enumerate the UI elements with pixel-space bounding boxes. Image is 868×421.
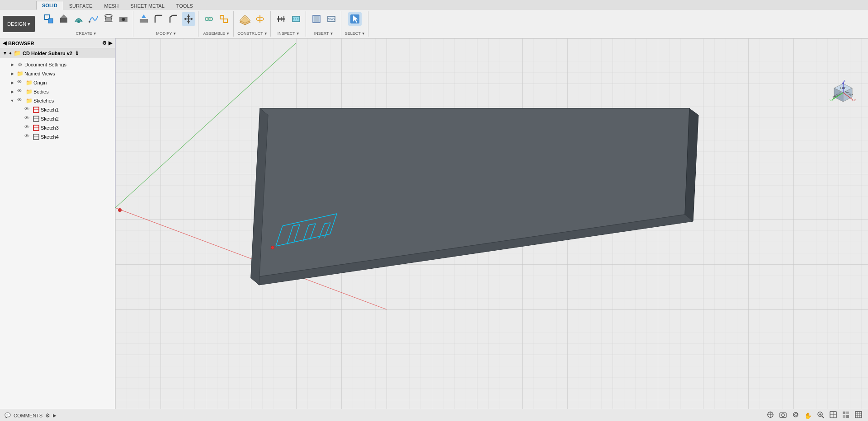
comments-label: COMMENTS: [14, 413, 42, 418]
svg-point-78: [782, 414, 784, 416]
insert-label[interactable]: INSERT ▼: [314, 31, 334, 36]
bottom-bar: 💬 COMMENTS ⚙ ▶ ✋: [0, 409, 868, 421]
design-label: DESIGN ▾: [7, 21, 30, 27]
construct-axis-icon[interactable]: [253, 12, 267, 26]
view-mode-icon[interactable]: [828, 410, 838, 421]
assemble-label[interactable]: ASSEMBLE ▼: [203, 31, 230, 36]
expand-document-settings: ▶: [9, 62, 15, 67]
sketches-label: Sketches: [33, 98, 54, 103]
extrude-icon[interactable]: [57, 12, 71, 26]
tree-item-bodies[interactable]: ▶ 👁 📁 Bodies: [0, 87, 115, 96]
expand-sketches: ▼: [9, 98, 15, 103]
insert-chevron: ▼: [330, 32, 334, 36]
sketch2-eye-icon[interactable]: 👁: [24, 115, 32, 122]
svg-marker-7: [105, 17, 112, 22]
sketch1-eye-icon[interactable]: 👁: [24, 106, 32, 113]
insert-svg-icon[interactable]: SVG: [325, 12, 338, 26]
assemble-component-icon[interactable]: [217, 12, 231, 26]
tab-tools[interactable]: TOOLS: [170, 1, 199, 10]
tree-item-sketch3[interactable]: 👁 Sketch3: [0, 123, 115, 132]
svg-rect-34: [314, 16, 319, 22]
svg-point-4: [77, 20, 80, 23]
revolve-icon[interactable]: [72, 12, 85, 26]
main-area: ◀ BROWSER ⚙ ▶ ▼ ● 📁 CD Holder Subaru v2 …: [0, 38, 868, 409]
construct-group: CONSTRUCT ▼: [235, 11, 270, 37]
inspect-label[interactable]: INSPECT ▼: [278, 31, 300, 36]
svg-marker-72: [831, 98, 834, 101]
doc-info-icon[interactable]: ℹ: [76, 50, 78, 56]
construct-plane-icon[interactable]: [238, 12, 252, 26]
display-mode-icon[interactable]: [841, 410, 851, 421]
toolbar: SOLID SURFACE MESH SHEET METAL TOOLS DES…: [0, 0, 868, 38]
sketch1-label: Sketch1: [41, 107, 59, 112]
sketch3-label: Sketch3: [41, 125, 59, 131]
press-pull-icon[interactable]: [137, 12, 151, 26]
tab-surface[interactable]: SURFACE: [63, 1, 99, 10]
construct-label[interactable]: CONSTRUCT ▼: [237, 31, 267, 36]
grid-display-icon[interactable]: [854, 410, 863, 421]
sketch4-label: Sketch4: [41, 134, 59, 140]
svg-rect-90: [843, 415, 845, 418]
inspect-chevron: ▼: [296, 32, 300, 36]
svg-rect-92: [855, 412, 862, 418]
fillet-icon[interactable]: [152, 12, 165, 26]
chamfer-icon[interactable]: [167, 12, 180, 26]
fit-view-icon[interactable]: [765, 410, 775, 421]
create-label[interactable]: CREATE ▼: [76, 31, 97, 36]
origin-label: Origin: [33, 80, 47, 85]
browser-expand-icon[interactable]: ◀: [3, 40, 6, 46]
named-views-label: Named Views: [24, 71, 55, 76]
comments-collapse-icon[interactable]: ▶: [53, 413, 57, 418]
loft-icon[interactable]: [102, 12, 115, 26]
orientation-cube[interactable]: TOP FRONT RIGHT Z X Y: [827, 79, 859, 111]
bodies-folder-icon: 📁: [25, 88, 33, 95]
tree-item-sketch2[interactable]: 👁 Sketch2: [0, 114, 115, 123]
tree-item-sketch4[interactable]: 👁 Sketch4: [0, 132, 115, 141]
sketches-eye-icon[interactable]: 👁: [17, 97, 24, 104]
tab-mesh[interactable]: MESH: [99, 1, 125, 10]
bodies-eye-icon[interactable]: 👁: [17, 88, 24, 95]
browser-collapse-icon[interactable]: ▶: [108, 40, 112, 46]
inspect-measure-icon[interactable]: [274, 12, 288, 26]
expand-named-views: ▶: [9, 71, 15, 76]
select-cursor-icon[interactable]: [348, 12, 362, 26]
tree-item-sketches[interactable]: ▼ 👁 📁 Sketches: [0, 96, 115, 105]
tree-item-named-views[interactable]: ▶ 📁 Named Views: [0, 69, 115, 78]
sweep-icon[interactable]: [87, 12, 100, 26]
sidebar: ◀ BROWSER ⚙ ▶ ▼ ● 📁 CD Holder Subaru v2 …: [0, 38, 115, 409]
svg-point-9: [122, 18, 125, 21]
comments-settings-icon[interactable]: ⚙: [45, 412, 50, 419]
new-component-icon[interactable]: [42, 12, 56, 26]
viewport[interactable]: TOP FRONT RIGHT Z X Y: [115, 38, 868, 409]
tree-item-sketch1[interactable]: 👁 Sketch1: [0, 105, 115, 114]
camera-icon[interactable]: [778, 410, 788, 421]
select-label[interactable]: SELECT ▼: [345, 31, 365, 36]
zoom-icon[interactable]: [816, 410, 826, 421]
move-icon[interactable]: [182, 12, 195, 26]
svg-marker-15: [187, 21, 190, 23]
browser-settings-icon[interactable]: ⚙: [102, 40, 107, 46]
select-chevron: ▼: [362, 32, 365, 36]
inspect-section-icon[interactable]: [289, 12, 303, 26]
tree-item-document-settings[interactable]: ▶ ⚙ Document Settings: [0, 60, 115, 69]
svg-rect-10: [140, 19, 148, 23]
tab-sheet-metal[interactable]: SHEET METAL: [124, 1, 170, 10]
modify-label[interactable]: MODIFY ▼: [156, 31, 176, 36]
doc-collapse-icon[interactable]: ▼: [3, 51, 7, 56]
sketch3-eye-icon[interactable]: 👁: [24, 124, 32, 131]
orbit-icon[interactable]: [791, 410, 801, 421]
tool-row: DESIGN ▾: [0, 10, 868, 38]
assemble-icons: [202, 12, 231, 26]
tree-item-origin[interactable]: ▶ 👁 📁 Origin: [0, 78, 115, 87]
assemble-joint-icon[interactable]: [202, 12, 216, 26]
hole-icon[interactable]: [117, 12, 130, 26]
svg-text:Z: Z: [844, 80, 845, 82]
pan-icon[interactable]: ✋: [803, 411, 813, 420]
insert-canvas-icon[interactable]: [310, 12, 323, 26]
tab-solid[interactable]: SOLID: [36, 1, 63, 10]
origin-eye-icon[interactable]: 👁: [17, 79, 24, 86]
browser-tree: ▶ ⚙ Document Settings ▶ 📁 Named Views ▶ …: [0, 58, 115, 409]
svg-marker-14: [187, 14, 190, 17]
sketch4-eye-icon[interactable]: 👁: [24, 133, 32, 140]
design-button[interactable]: DESIGN ▾: [3, 16, 35, 32]
